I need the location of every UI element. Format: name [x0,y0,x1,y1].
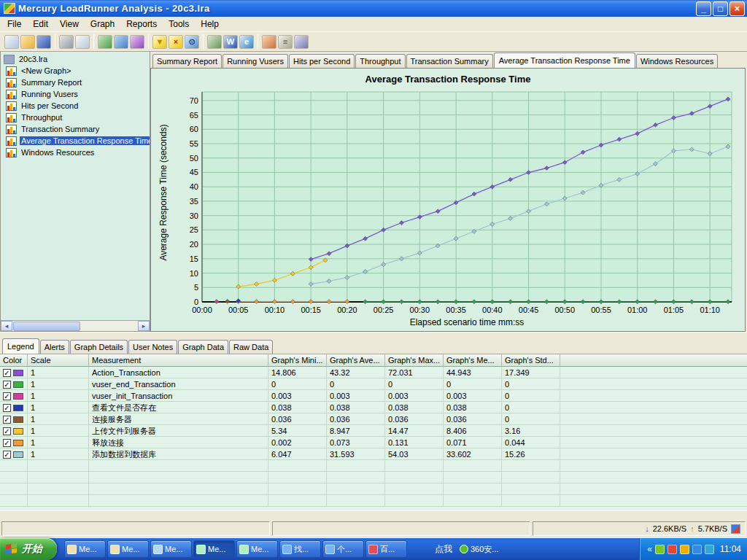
row-checkbox[interactable]: ✓ [3,451,11,459]
taskbar-hint-text[interactable]: 点我 [435,543,452,556]
bottom-tab-4[interactable]: Graph Data [178,340,228,354]
add-graph-icon[interactable] [98,35,112,49]
tree-item-7[interactable]: Windows Resources [1,147,150,158]
legend-row-7[interactable]: ✓1添加数据到数据库6.04731.59354.0333.60215.26 [0,448,747,460]
legend-row-2[interactable]: ✓1vuser_init_Transaction0.0030.0030.0030… [0,390,747,402]
panel-splitter[interactable] [0,332,747,339]
column-header-7[interactable]: Graph's Std... [502,354,560,367]
bottom-tab-0[interactable]: Legend [2,338,39,354]
menu-tools[interactable]: Tools [163,17,195,31]
print-preview-icon[interactable] [75,35,90,49]
clock[interactable]: 11:04 [720,544,741,554]
bottom-tab-5[interactable]: Raw Data [229,340,273,354]
options-icon[interactable] [294,35,309,49]
tab-2[interactable]: Hits per Second [289,54,355,68]
start-button[interactable]: 开始 [0,538,57,560]
filter-icon[interactable]: ▼ [152,35,167,49]
taskbar-button-6[interactable]: 个... [322,540,364,558]
legend-row-1[interactable]: ✓1vuser_end_Transaction00000 [0,378,747,390]
tree-item-6[interactable]: Average Transaction Response Time [1,135,150,147]
menu-file[interactable]: File [1,17,27,31]
granularity-icon[interactable]: ⊙ [185,35,199,49]
tab-5[interactable]: Average Transaction Response Time [494,52,635,68]
column-header-6[interactable]: Graph's Me... [444,354,502,367]
column-header-4[interactable]: Graph's Ave... [327,354,385,367]
menu-edit[interactable]: Edit [27,17,54,31]
legend-row-3[interactable]: ✓1查看文件是否存在0.0380.0380.0380.0380 [0,402,747,413]
title-bar[interactable]: Mercury LoadRunner Analysis - 20c3.lra _… [0,0,747,17]
crystal-report-icon[interactable] [262,35,276,49]
row-checkbox[interactable]: ✓ [3,404,11,412]
new-session-icon[interactable] [4,35,19,49]
network-tray-icon[interactable] [705,545,714,554]
tree-item-4[interactable]: Throughput [1,112,150,123]
status-panel-middle [272,521,530,536]
drill-down-icon[interactable] [207,35,222,49]
row-checkbox[interactable]: ✓ [3,439,11,447]
word-report-icon[interactable]: W [223,35,238,49]
bottom-tab-2[interactable]: Graph Details [70,340,128,354]
tray-icon-2[interactable] [667,545,677,554]
tab-4[interactable]: Transaction Summary [406,54,493,68]
traffic-monitor-icon[interactable] [731,524,740,534]
tray-icon-3[interactable] [680,545,689,554]
menu-view[interactable]: View [54,17,85,31]
tree-item-5[interactable]: Transaction Summary [1,123,150,135]
taskbar-button-4[interactable]: Me... [236,540,278,558]
tree-horizontal-scrollbar[interactable]: ◂ ▸ [1,320,150,331]
bottom-tab-1[interactable]: Alerts [40,340,69,354]
open-icon[interactable] [20,35,35,49]
clear-filter-icon[interactable]: × [169,35,183,49]
taskbar-button-7[interactable]: 百... [365,540,407,558]
taskbar-button-3[interactable]: Me... [193,540,235,558]
column-header-5[interactable]: Graph's Max... [385,354,444,367]
print-icon[interactable] [59,35,74,49]
taskbar-button-0[interactable]: Me... [64,540,106,558]
row-checkbox[interactable]: ✓ [3,427,11,435]
chart-plot[interactable]: 051015202530354045505560657000:0000:0500… [173,88,738,331]
scroll-thumb[interactable] [13,322,80,331]
taskbar-button-2[interactable]: Me... [150,540,192,558]
row-checkbox[interactable]: ✓ [3,381,11,389]
legend-row-4[interactable]: ✓1连接服务器0.0360.0360.0360.0360 [0,413,747,425]
tab-0[interactable]: Summary Report [152,54,222,68]
close-button[interactable]: × [729,1,745,16]
legend-row-5[interactable]: ✓1上传文件到服务器5.348.94714.478.4063.16 [0,425,747,437]
taskbar-button-5[interactable]: 找... [279,540,321,558]
tree-item-3[interactable]: Hits per Second [1,100,150,112]
legend-row-6[interactable]: ✓1释放连接0.0020.0730.1310.0710.044 [0,437,747,448]
row-checkbox[interactable]: ✓ [3,369,11,377]
summary-report-icon[interactable]: ≡ [278,35,293,49]
tray-chevron-icon[interactable]: « [647,544,652,554]
tree-item-2[interactable]: Running Vusers [1,88,150,100]
tree-item-1[interactable]: Summary Report [1,77,150,88]
tree-root[interactable]: 20c3.lra [1,53,150,65]
column-header-2[interactable]: Measurement [89,354,268,367]
merge-graphs-icon[interactable] [114,35,128,49]
tray-icon-1[interactable] [655,545,665,554]
column-header-1[interactable]: Scale [28,354,89,367]
column-header-0[interactable]: Color [0,354,28,367]
cross-result-icon[interactable] [130,35,144,49]
tab-1[interactable]: Running Vusers [222,54,288,68]
taskbar-button-1[interactable]: Me... [107,540,149,558]
row-checkbox[interactable]: ✓ [3,416,11,424]
maximize-button[interactable]: □ [713,1,728,16]
scroll-left-icon[interactable]: ◂ [1,321,12,331]
bottom-tab-3[interactable]: User Notes [128,340,177,354]
menu-graph[interactable]: Graph [85,17,120,31]
app-360-button[interactable]: 360安... [460,544,499,555]
row-checkbox[interactable]: ✓ [3,392,11,400]
html-report-icon[interactable]: e [239,35,254,49]
column-header-3[interactable]: Graph's Mini... [268,354,327,367]
tray-icon-4[interactable] [692,545,702,554]
tab-6[interactable]: Windows Resources [636,54,718,68]
menu-reports[interactable]: Reports [120,17,163,31]
tree-item-0[interactable]: <New Graph> [1,65,150,77]
tab-3[interactable]: Throughput [355,54,405,68]
minimize-button[interactable]: _ [696,1,711,16]
menu-help[interactable]: Help [195,17,225,31]
scroll-right-icon[interactable]: ▸ [138,321,150,331]
legend-row-0[interactable]: ✓1Action_Transaction14.80643.3272.03144.… [0,367,747,378]
save-icon[interactable] [36,35,51,49]
